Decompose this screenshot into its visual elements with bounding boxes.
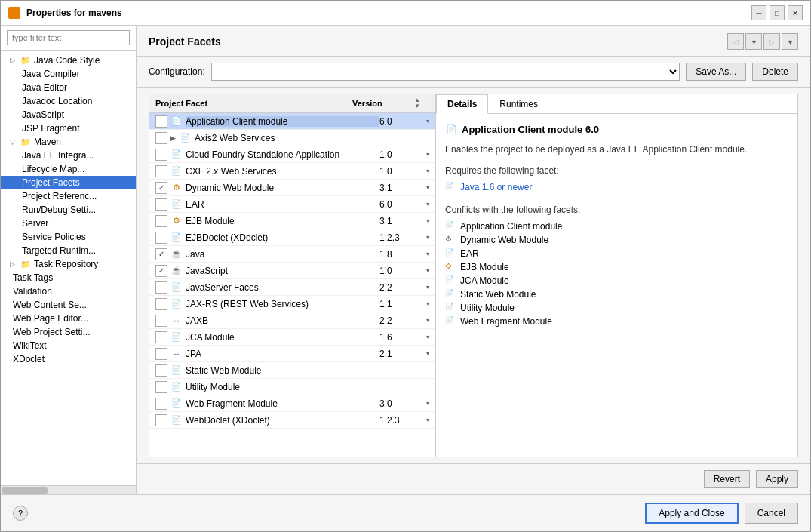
sidebar-item-wikitext[interactable]: WikiText — [1, 339, 136, 352]
facet-row-jaxb[interactable]: ↔ JAXB 2.2 ▾ — [149, 312, 435, 329]
sidebar-item-lifecycle-map[interactable]: Lifecycle Map... — [1, 162, 136, 176]
facet-row-jpa[interactable]: ↔ JPA 2.1 ▾ — [149, 346, 435, 362]
facet-checkbox-axis2[interactable] — [155, 132, 167, 144]
facet-row-cxf[interactable]: 📄 CXF 2.x Web Services 1.0 ▾ — [149, 163, 435, 180]
revert-button[interactable]: Revert — [704, 470, 750, 488]
facet-row-javascript[interactable]: ☕ JavaScript 1.0 ▾ — [149, 263, 435, 279]
facet-checkbox-jaxb[interactable] — [155, 315, 167, 327]
facet-checkbox-webdoclet[interactable] — [155, 414, 167, 426]
facet-row-web-fragment[interactable]: 📄 Web Fragment Module 3.0 ▾ — [149, 395, 435, 412]
close-button[interactable]: ✕ — [788, 5, 803, 20]
version-dropdown[interactable]: 1.0 ▾ — [379, 266, 429, 276]
forward-button[interactable]: ▷ — [763, 33, 780, 50]
version-dropdown[interactable]: 2.2 ▾ — [379, 315, 429, 326]
version-dropdown[interactable]: 2.1 ▾ — [379, 349, 429, 359]
facet-checkbox-jpa[interactable] — [155, 348, 167, 360]
facet-row-jsf[interactable]: 📄 JavaServer Faces 2.2 ▾ — [149, 279, 435, 296]
sidebar-item-task-tags[interactable]: Task Tags — [1, 271, 136, 284]
facet-row-static-web[interactable]: 📄 Static Web Module — [149, 362, 435, 379]
facet-checkbox-ear[interactable] — [155, 198, 167, 211]
back-dropdown[interactable]: ▾ — [745, 33, 762, 50]
version-dropdown[interactable]: 1.0 ▾ — [379, 166, 429, 177]
config-select[interactable] — [211, 63, 680, 81]
apply-button[interactable]: Apply — [756, 470, 798, 488]
version-dropdown[interactable]: 1.8 ▾ — [379, 249, 429, 260]
back-button[interactable]: ◁ — [727, 33, 744, 50]
facet-checkbox-jax-rs[interactable] — [155, 298, 167, 310]
version-dropdown[interactable]: 1.0 ▾ — [379, 149, 429, 160]
version-arrow-icon: ▾ — [426, 267, 429, 274]
delete-button[interactable]: Delete — [752, 63, 798, 81]
sidebar-item-service-policies[interactable]: Service Policies — [1, 230, 136, 244]
sidebar-item-xdoclet[interactable]: XDoclet — [1, 352, 136, 366]
sidebar-item-run-debug[interactable]: Run/Debug Setti... — [1, 203, 136, 217]
facet-row-app-client[interactable]: 📄 Application Client module 6.0 ▾ — [149, 113, 435, 130]
facet-row-cloud-foundry[interactable]: 📄 Cloud Foundry Standalone Application 1… — [149, 146, 435, 163]
facet-checkbox-jsf[interactable] — [155, 281, 167, 294]
facet-checkbox-static-web[interactable] — [155, 364, 167, 377]
sidebar-item-javadoc-location[interactable]: Javadoc Location — [1, 94, 136, 108]
sidebar-item-java-ee-integ[interactable]: Java EE Integra... — [1, 149, 136, 162]
sidebar-item-validation[interactable]: Validation — [1, 284, 136, 298]
version-dropdown[interactable]: 2.2 ▾ — [379, 282, 429, 293]
facet-row-ejb[interactable]: ⚙ EJB Module 3.1 ▾ — [149, 213, 435, 229]
facet-checkbox-web-fragment[interactable] — [155, 398, 167, 410]
version-dropdown[interactable]: 1.6 ▾ — [379, 332, 429, 343]
sidebar-item-project-references[interactable]: Project Referenc... — [1, 189, 136, 203]
version-dropdown[interactable]: 6.0 ▾ — [379, 116, 429, 127]
facet-row-jax-rs[interactable]: 📄 JAX-RS (REST Web Services) 1.1 ▾ — [149, 296, 435, 312]
facet-checkbox-app-client[interactable] — [155, 115, 167, 128]
sidebar-horizontal-scrollbar[interactable] — [1, 485, 136, 494]
sidebar-item-server[interactable]: Server — [1, 217, 136, 230]
maximize-button[interactable]: □ — [770, 5, 785, 20]
facet-checkbox-dynamic-web[interactable] — [155, 182, 167, 194]
sidebar-item-web-project-settings[interactable]: Web Project Setti... — [1, 325, 136, 339]
forward-dropdown[interactable]: ▾ — [782, 33, 798, 50]
facet-checkbox-utility[interactable] — [155, 381, 167, 393]
sidebar-item-web-page-editor[interactable]: Web Page Editor... — [1, 312, 136, 325]
facet-checkbox-cxf[interactable] — [155, 165, 167, 177]
scrollbar-thumb[interactable] — [2, 487, 48, 494]
tab-details[interactable]: Details — [436, 94, 488, 114]
sidebar-item-javascript[interactable]: JavaScript — [1, 108, 136, 121]
tab-runtimes[interactable]: Runtimes — [488, 94, 549, 114]
minimize-button[interactable]: ─ — [751, 5, 766, 20]
facet-checkbox-jca[interactable] — [155, 331, 167, 343]
cancel-button[interactable]: Cancel — [745, 503, 798, 524]
version-dropdown[interactable]: 3.0 ▾ — [379, 398, 429, 409]
sidebar-item-jsp-fragment[interactable]: JSP Fragment — [1, 121, 136, 135]
facet-row-dynamic-web[interactable]: ⚙ Dynamic Web Module 3.1 ▾ — [149, 180, 435, 196]
facet-row-axis2[interactable]: ▶ 📄 Axis2 Web Services — [149, 130, 435, 146]
facet-checkbox-java[interactable] — [155, 248, 167, 260]
apply-close-button[interactable]: Apply and Close — [645, 503, 738, 524]
facet-row-ejbdoclet[interactable]: 📄 EJBDoclet (XDoclet) 1.2.3 ▾ — [149, 229, 435, 246]
facet-row-ear[interactable]: 📄 EAR 6.0 ▾ — [149, 196, 435, 213]
sidebar-item-web-content[interactable]: Web Content Se... — [1, 298, 136, 312]
version-dropdown[interactable]: 1.2.3 ▾ — [379, 232, 429, 243]
sidebar-item-targeted-runtime[interactable]: Targeted Runtim... — [1, 244, 136, 257]
requires-link-java[interactable]: Java 1.6 or newer — [460, 182, 532, 192]
sidebar-item-java-compiler[interactable]: Java Compiler — [1, 67, 136, 81]
sidebar-item-task-repository[interactable]: ▷ 📁 Task Repository — [1, 257, 136, 271]
sidebar-item-project-facets[interactable]: Project Facets — [1, 176, 136, 189]
sidebar-item-java-editor[interactable]: Java Editor — [1, 81, 136, 94]
version-dropdown[interactable]: 1.1 ▾ — [379, 299, 429, 309]
version-dropdown[interactable]: 1.2.3 ▾ — [379, 415, 429, 426]
facet-checkbox-ejbdoclet[interactable] — [155, 232, 167, 244]
facet-checkbox-cloud-foundry[interactable] — [155, 149, 167, 161]
facet-checkbox-ejb[interactable] — [155, 215, 167, 227]
save-as-button[interactable]: Save As... — [686, 63, 746, 81]
facet-row-java[interactable]: ☕ Java 1.8 ▾ — [149, 246, 435, 263]
sidebar-item-java-code-style[interactable]: ▷ 📁 Java Code Style — [1, 54, 136, 67]
help-button[interactable]: ? — [13, 506, 28, 521]
sidebar-item-maven[interactable]: ▽ 📁 Maven — [1, 135, 136, 149]
version-dropdown[interactable]: 6.0 ▾ — [379, 199, 429, 210]
facet-row-jca[interactable]: 📄 JCA Module 1.6 ▾ — [149, 329, 435, 346]
facet-checkbox-javascript[interactable] — [155, 265, 167, 277]
facet-row-utility[interactable]: 📄 Utility Module — [149, 379, 435, 395]
conflict-icon: ⚙ — [445, 235, 456, 245]
facet-row-webdoclet[interactable]: 📄 WebDoclet (XDoclet) 1.2.3 ▾ — [149, 412, 435, 429]
version-dropdown[interactable]: 3.1 ▾ — [379, 183, 429, 193]
version-dropdown[interactable]: 3.1 ▾ — [379, 216, 429, 226]
filter-input[interactable] — [7, 30, 130, 45]
